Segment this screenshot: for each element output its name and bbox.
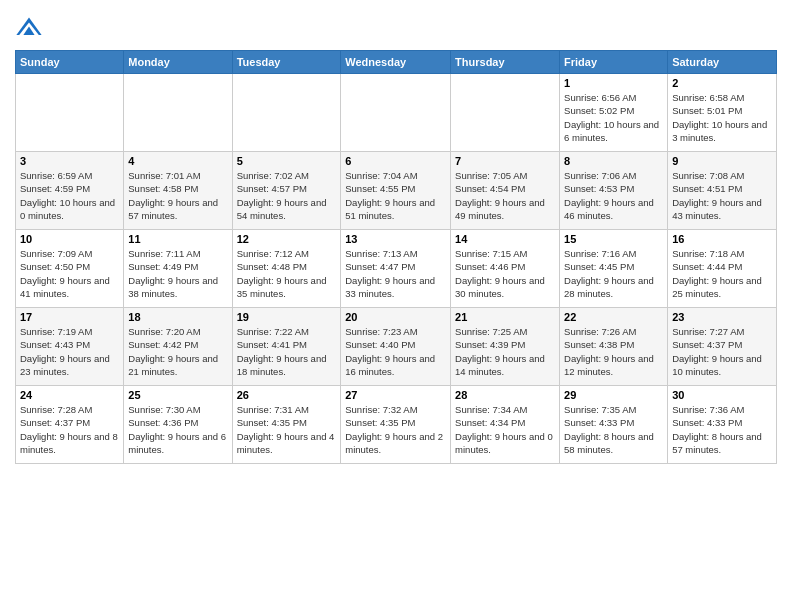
- calendar-cell: 27Sunrise: 7:32 AMSunset: 4:35 PMDayligh…: [341, 386, 451, 464]
- day-number: 14: [455, 233, 555, 245]
- calendar-cell: 25Sunrise: 7:30 AMSunset: 4:36 PMDayligh…: [124, 386, 232, 464]
- day-info: Sunrise: 7:30 AMSunset: 4:36 PMDaylight:…: [128, 403, 227, 456]
- calendar-cell: 15Sunrise: 7:16 AMSunset: 4:45 PMDayligh…: [560, 230, 668, 308]
- day-info: Sunrise: 7:06 AMSunset: 4:53 PMDaylight:…: [564, 169, 663, 222]
- day-info: Sunrise: 7:02 AMSunset: 4:57 PMDaylight:…: [237, 169, 337, 222]
- calendar-cell: 3Sunrise: 6:59 AMSunset: 4:59 PMDaylight…: [16, 152, 124, 230]
- day-info: Sunrise: 7:13 AMSunset: 4:47 PMDaylight:…: [345, 247, 446, 300]
- day-info: Sunrise: 7:08 AMSunset: 4:51 PMDaylight:…: [672, 169, 772, 222]
- header-tuesday: Tuesday: [232, 51, 341, 74]
- day-number: 8: [564, 155, 663, 167]
- day-number: 2: [672, 77, 772, 89]
- day-number: 20: [345, 311, 446, 323]
- day-number: 21: [455, 311, 555, 323]
- calendar-cell: 12Sunrise: 7:12 AMSunset: 4:48 PMDayligh…: [232, 230, 341, 308]
- day-info: Sunrise: 7:31 AMSunset: 4:35 PMDaylight:…: [237, 403, 337, 456]
- day-number: 23: [672, 311, 772, 323]
- day-info: Sunrise: 7:19 AMSunset: 4:43 PMDaylight:…: [20, 325, 119, 378]
- calendar-week-row: 17Sunrise: 7:19 AMSunset: 4:43 PMDayligh…: [16, 308, 777, 386]
- day-info: Sunrise: 7:26 AMSunset: 4:38 PMDaylight:…: [564, 325, 663, 378]
- day-number: 4: [128, 155, 227, 167]
- calendar-week-row: 10Sunrise: 7:09 AMSunset: 4:50 PMDayligh…: [16, 230, 777, 308]
- header: [15, 10, 777, 42]
- calendar-cell: 29Sunrise: 7:35 AMSunset: 4:33 PMDayligh…: [560, 386, 668, 464]
- day-info: Sunrise: 6:56 AMSunset: 5:02 PMDaylight:…: [564, 91, 663, 144]
- calendar-cell: [124, 74, 232, 152]
- day-info: Sunrise: 7:11 AMSunset: 4:49 PMDaylight:…: [128, 247, 227, 300]
- day-info: Sunrise: 6:59 AMSunset: 4:59 PMDaylight:…: [20, 169, 119, 222]
- day-info: Sunrise: 7:05 AMSunset: 4:54 PMDaylight:…: [455, 169, 555, 222]
- calendar-cell: 26Sunrise: 7:31 AMSunset: 4:35 PMDayligh…: [232, 386, 341, 464]
- day-number: 6: [345, 155, 446, 167]
- calendar-cell: 22Sunrise: 7:26 AMSunset: 4:38 PMDayligh…: [560, 308, 668, 386]
- calendar-cell: 17Sunrise: 7:19 AMSunset: 4:43 PMDayligh…: [16, 308, 124, 386]
- day-number: 28: [455, 389, 555, 401]
- day-number: 25: [128, 389, 227, 401]
- day-info: Sunrise: 7:04 AMSunset: 4:55 PMDaylight:…: [345, 169, 446, 222]
- logo: [15, 14, 47, 42]
- header-friday: Friday: [560, 51, 668, 74]
- day-number: 10: [20, 233, 119, 245]
- calendar-cell: 20Sunrise: 7:23 AMSunset: 4:40 PMDayligh…: [341, 308, 451, 386]
- day-info: Sunrise: 7:16 AMSunset: 4:45 PMDaylight:…: [564, 247, 663, 300]
- day-info: Sunrise: 7:22 AMSunset: 4:41 PMDaylight:…: [237, 325, 337, 378]
- calendar-cell: 11Sunrise: 7:11 AMSunset: 4:49 PMDayligh…: [124, 230, 232, 308]
- calendar-cell: 13Sunrise: 7:13 AMSunset: 4:47 PMDayligh…: [341, 230, 451, 308]
- day-info: Sunrise: 7:28 AMSunset: 4:37 PMDaylight:…: [20, 403, 119, 456]
- calendar-cell: 10Sunrise: 7:09 AMSunset: 4:50 PMDayligh…: [16, 230, 124, 308]
- day-number: 24: [20, 389, 119, 401]
- day-info: Sunrise: 6:58 AMSunset: 5:01 PMDaylight:…: [672, 91, 772, 144]
- calendar-cell: 16Sunrise: 7:18 AMSunset: 4:44 PMDayligh…: [668, 230, 777, 308]
- calendar-cell: 28Sunrise: 7:34 AMSunset: 4:34 PMDayligh…: [451, 386, 560, 464]
- header-saturday: Saturday: [668, 51, 777, 74]
- calendar-cell: [16, 74, 124, 152]
- day-number: 11: [128, 233, 227, 245]
- calendar-cell: 9Sunrise: 7:08 AMSunset: 4:51 PMDaylight…: [668, 152, 777, 230]
- calendar-cell: 4Sunrise: 7:01 AMSunset: 4:58 PMDaylight…: [124, 152, 232, 230]
- calendar-cell: 1Sunrise: 6:56 AMSunset: 5:02 PMDaylight…: [560, 74, 668, 152]
- calendar-cell: 14Sunrise: 7:15 AMSunset: 4:46 PMDayligh…: [451, 230, 560, 308]
- day-info: Sunrise: 7:36 AMSunset: 4:33 PMDaylight:…: [672, 403, 772, 456]
- header-sunday: Sunday: [16, 51, 124, 74]
- day-number: 16: [672, 233, 772, 245]
- calendar-cell: 2Sunrise: 6:58 AMSunset: 5:01 PMDaylight…: [668, 74, 777, 152]
- day-number: 27: [345, 389, 446, 401]
- day-info: Sunrise: 7:27 AMSunset: 4:37 PMDaylight:…: [672, 325, 772, 378]
- day-info: Sunrise: 7:12 AMSunset: 4:48 PMDaylight:…: [237, 247, 337, 300]
- day-number: 22: [564, 311, 663, 323]
- calendar-cell: [232, 74, 341, 152]
- day-info: Sunrise: 7:34 AMSunset: 4:34 PMDaylight:…: [455, 403, 555, 456]
- calendar-cell: 18Sunrise: 7:20 AMSunset: 4:42 PMDayligh…: [124, 308, 232, 386]
- calendar-cell: 7Sunrise: 7:05 AMSunset: 4:54 PMDaylight…: [451, 152, 560, 230]
- day-number: 5: [237, 155, 337, 167]
- day-number: 19: [237, 311, 337, 323]
- calendar-header-row: SundayMondayTuesdayWednesdayThursdayFrid…: [16, 51, 777, 74]
- day-number: 15: [564, 233, 663, 245]
- day-number: 30: [672, 389, 772, 401]
- calendar-cell: 23Sunrise: 7:27 AMSunset: 4:37 PMDayligh…: [668, 308, 777, 386]
- header-wednesday: Wednesday: [341, 51, 451, 74]
- calendar-week-row: 24Sunrise: 7:28 AMSunset: 4:37 PMDayligh…: [16, 386, 777, 464]
- header-monday: Monday: [124, 51, 232, 74]
- day-info: Sunrise: 7:18 AMSunset: 4:44 PMDaylight:…: [672, 247, 772, 300]
- calendar-cell: 24Sunrise: 7:28 AMSunset: 4:37 PMDayligh…: [16, 386, 124, 464]
- day-number: 3: [20, 155, 119, 167]
- calendar-week-row: 3Sunrise: 6:59 AMSunset: 4:59 PMDaylight…: [16, 152, 777, 230]
- calendar-container: SundayMondayTuesdayWednesdayThursdayFrid…: [0, 0, 792, 612]
- day-number: 17: [20, 311, 119, 323]
- day-number: 26: [237, 389, 337, 401]
- calendar-cell: 21Sunrise: 7:25 AMSunset: 4:39 PMDayligh…: [451, 308, 560, 386]
- calendar-cell: 6Sunrise: 7:04 AMSunset: 4:55 PMDaylight…: [341, 152, 451, 230]
- day-info: Sunrise: 7:15 AMSunset: 4:46 PMDaylight:…: [455, 247, 555, 300]
- day-info: Sunrise: 7:35 AMSunset: 4:33 PMDaylight:…: [564, 403, 663, 456]
- day-number: 18: [128, 311, 227, 323]
- calendar-cell: 5Sunrise: 7:02 AMSunset: 4:57 PMDaylight…: [232, 152, 341, 230]
- calendar-cell: 19Sunrise: 7:22 AMSunset: 4:41 PMDayligh…: [232, 308, 341, 386]
- day-number: 12: [237, 233, 337, 245]
- calendar-table: SundayMondayTuesdayWednesdayThursdayFrid…: [15, 50, 777, 464]
- day-number: 1: [564, 77, 663, 89]
- day-info: Sunrise: 7:32 AMSunset: 4:35 PMDaylight:…: [345, 403, 446, 456]
- day-number: 29: [564, 389, 663, 401]
- day-info: Sunrise: 7:09 AMSunset: 4:50 PMDaylight:…: [20, 247, 119, 300]
- day-info: Sunrise: 7:25 AMSunset: 4:39 PMDaylight:…: [455, 325, 555, 378]
